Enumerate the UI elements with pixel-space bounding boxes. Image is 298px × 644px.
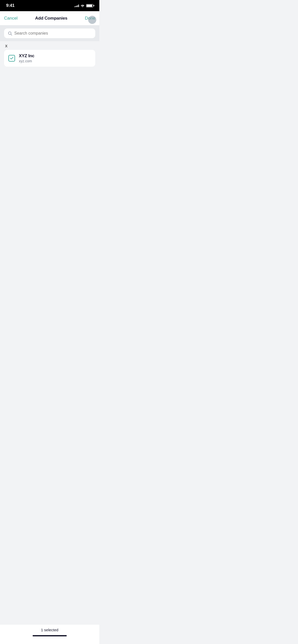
content-area	[0, 67, 99, 215]
done-button-wrap: Done	[85, 16, 95, 21]
section-label: X	[5, 44, 8, 48]
checkbox-wrap	[8, 55, 15, 62]
section-header: X	[0, 41, 99, 50]
svg-line-1	[11, 34, 12, 35]
wifi-icon	[80, 4, 85, 7]
status-bar: 9:41	[0, 0, 99, 11]
checkbox-checked-icon	[8, 55, 15, 62]
search-icon	[8, 31, 12, 36]
cancel-button[interactable]: Cancel	[4, 14, 18, 23]
battery-icon	[86, 4, 93, 7]
page-title: Add Companies	[35, 16, 67, 21]
company-item[interactable]: XYZ Inc xyz.com	[4, 50, 95, 67]
status-time: 9:41	[6, 3, 15, 8]
company-info: XYZ Inc xyz.com	[19, 53, 34, 63]
signal-bars-icon	[74, 4, 79, 7]
search-container	[0, 25, 99, 41]
nav-header: Cancel Add Companies Done	[0, 11, 99, 25]
search-input[interactable]	[14, 31, 92, 36]
company-list: XYZ Inc xyz.com	[0, 50, 99, 67]
page-wrapper: 9:41 Cancel Add Companies Done	[0, 0, 99, 215]
done-overlay	[88, 16, 96, 24]
search-bar	[4, 28, 95, 38]
status-icons	[74, 4, 93, 7]
company-name: XYZ Inc	[19, 53, 34, 58]
company-domain: xyz.com	[19, 59, 34, 63]
